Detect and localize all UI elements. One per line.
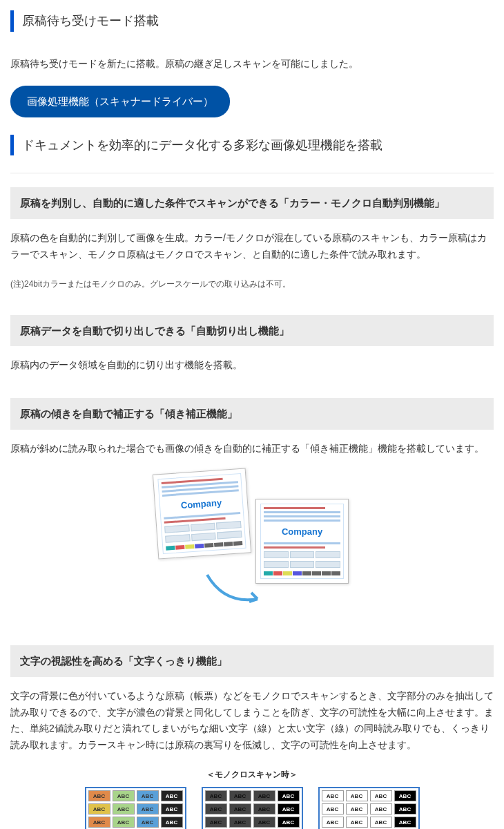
heading-auto-crop: 原稿データを自動で切り出しできる「自動切り出し機能」 <box>10 315 494 347</box>
clarity-cell: ABC <box>229 790 251 801</box>
doc-company-label: Company <box>264 524 340 540</box>
clarity-cell: ABC <box>205 803 227 814</box>
clarity-grid-original: ABCABCABCABCABCABCABCABCABCABCABCABC <box>85 787 186 829</box>
clarity-cell: ABC <box>161 790 183 801</box>
clarity-cell: ABC <box>370 817 392 828</box>
deskew-illustration: Company Company <box>10 471 494 622</box>
clarity-cell: ABC <box>278 790 300 801</box>
clarity-cell: ABC <box>278 803 300 814</box>
clarity-cell: ABC <box>161 803 183 814</box>
heading-standby-mode: 原稿待ち受けモード搭載 <box>10 10 494 32</box>
clarity-cell: ABC <box>137 817 159 828</box>
clarity-grid-off: ABCABCABCABCABCABCABCABCABCABCABCABC <box>202 787 303 829</box>
clarity-cell: ABC <box>88 790 110 801</box>
clarity-cell: ABC <box>205 790 227 801</box>
clarity-cell: ABC <box>394 803 416 814</box>
note-auto-color-mono: (注)24bitカラーまたはモノクロのみ。グレースケールでの取り込みは不可。 <box>10 277 494 291</box>
clarity-cell: ABC <box>370 803 392 814</box>
clarity-cell: ABC <box>253 817 275 828</box>
clarity-cell: ABC <box>278 817 300 828</box>
text-standby-mode: 原稿待ち受けモードを新たに搭載。原稿の継ぎ足しスキャンを可能にしました。 <box>10 56 494 73</box>
clarity-cell: ABC <box>346 790 368 801</box>
clarity-cell: ABC <box>322 790 344 801</box>
subhead-mono-scan: ＜モノクロスキャン時＞ <box>10 768 494 781</box>
clarity-cell: ABC <box>229 803 251 814</box>
clarity-cell: ABC <box>113 790 135 801</box>
clarity-cell: ABC <box>137 790 159 801</box>
deskew-before-card: Company <box>153 468 251 559</box>
doc-company-label: Company <box>162 494 240 515</box>
divider <box>10 173 494 173</box>
clarity-cell: ABC <box>322 803 344 814</box>
clarity-cell: ABC <box>322 817 344 828</box>
clarity-cell: ABC <box>113 803 135 814</box>
deskew-arrow-icon <box>204 571 266 606</box>
clarity-grid-on: ABCABCABCABCABCABCABCABCABCABCABCABC <box>318 787 420 829</box>
clarity-cell: ABC <box>88 817 110 828</box>
text-auto-color-mono: 原稿の色を自動的に判別して画像を生成。カラー/モノクロが混在している原稿のスキャ… <box>10 230 494 263</box>
clarity-cell: ABC <box>253 790 275 801</box>
clarity-cell: ABC <box>113 817 135 828</box>
text-clarity-body: 文字の背景に色が付いているような原稿（帳票）などをモノクロでスキャンするとき、文… <box>10 688 494 754</box>
clarity-cell: ABC <box>229 817 251 828</box>
text-auto-crop: 原稿内のデータ領域を自動的に切り出す機能を搭載。 <box>10 357 494 374</box>
clarity-cell: ABC <box>346 803 368 814</box>
clarity-cell: ABC <box>394 790 416 801</box>
clarity-cell: ABC <box>88 803 110 814</box>
clarity-cell: ABC <box>370 790 392 801</box>
deskew-after-card: Company <box>255 499 349 584</box>
clarity-cell: ABC <box>346 817 368 828</box>
clarity-cell: ABC <box>394 817 416 828</box>
image-processing-pill[interactable]: 画像処理機能（スキャナードライバー） <box>10 86 230 117</box>
clarity-cell: ABC <box>137 803 159 814</box>
clarity-cell: ABC <box>205 817 227 828</box>
text-deskew: 原稿が斜めに読み取られた場合でも画像の傾きを自動的に補正する「傾き補正機能」機能… <box>10 441 494 457</box>
clarity-cell: ABC <box>253 803 275 814</box>
heading-auto-color-mono: 原稿を判別し、自動的に適した条件でスキャンができる「カラー・モノクロ自動判別機能… <box>10 187 494 219</box>
heading-image-processing: ドキュメントを効率的にデータ化する多彩な画像処理機能を搭載 <box>10 135 494 156</box>
clarity-comparison-row: ABCABCABCABCABCABCABCABCABCABCABCABC オリジ… <box>10 787 494 829</box>
heading-deskew: 原稿の傾きを自動で補正する「傾き補正機能」 <box>10 398 494 430</box>
heading-text-clarity: 文字の視認性を高める「文字くっきり機能」 <box>10 645 494 677</box>
clarity-cell: ABC <box>161 817 183 828</box>
